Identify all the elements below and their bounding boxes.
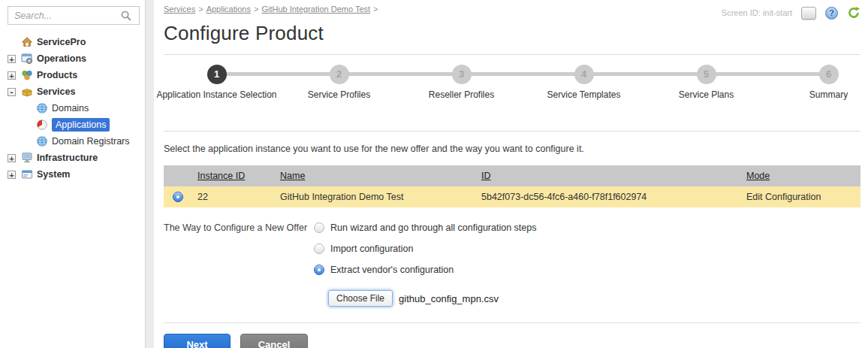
globe-icon [36,135,48,147]
offer-config-section: The Way to Configure a New Offer Run wiz… [164,222,860,307]
instance-table: Instance ID Name ID Mode 22 GitHub Integ… [164,165,860,207]
footer-buttons: Next Cancel [164,334,860,348]
sidebar-item-label: Products [37,70,77,80]
step-circle: 6 [819,65,839,84]
services-icon [21,86,33,98]
refresh-icon[interactable] [847,6,860,20]
page-title: Configure Product [164,22,860,45]
radio-extract-vendor-configuration[interactable] [314,265,324,275]
choose-file-button[interactable]: Choose File [328,290,393,307]
search-icon [120,10,132,22]
wizard-step-4: 4 Service Templates [523,65,645,101]
sidebar-item-servicepro[interactable]: ServicePro [21,34,154,50]
divider [164,54,860,55]
sidebar-item-label: ServicePro [37,37,86,47]
nav-tree: ServicePro + Operations + [8,34,154,183]
sidebar: ServicePro + Operations + [0,0,154,348]
expander-plus-icon[interactable]: + [8,71,16,80]
sidebar-item-label: Domains [52,103,89,113]
top-icons: Screen ID: init-start ? [722,6,860,20]
step-label: Reseller Profiles [400,89,523,101]
column-header-name[interactable]: Name [280,171,305,181]
configure-way-label: The Way to Configure a New Offer [164,222,314,307]
instance-table-header-row: Instance ID Name ID Mode [164,165,860,186]
step-circle: 4 [574,65,594,84]
sidebar-item-operations[interactable]: + Operations [8,50,154,67]
expander-plus-icon[interactable]: + [8,171,16,179]
main-content: Services>Applications>GitHub Integration… [154,0,868,348]
file-upload-row: Choose File github_config_mpn.csv [328,290,536,307]
wizard-step-3: 3 Reseller Profiles [400,65,523,101]
search-box[interactable] [8,6,140,25]
sidebar-item-system[interactable]: + System [8,166,154,183]
screen-id-label: Screen ID: [722,8,761,17]
screen-id: Screen ID: init-start [722,8,792,17]
table-row-selected[interactable]: 22 GitHub Integration Demo Test 5b42f073… [164,186,860,207]
option-import-configuration[interactable]: Import configuration [314,243,536,254]
sidebar-item-domain-registrars[interactable]: Domain Registrars [36,133,154,150]
screen-id-value: init-start [763,8,792,17]
sidebar-item-products[interactable]: + Products [8,67,154,83]
cell-instance-id: 22 [191,186,274,207]
breadcrumb-link-applications[interactable]: Applications [206,5,251,14]
topbar: Services>Applications>GitHub Integration… [164,5,860,20]
breadcrumb-separator: > [198,5,203,14]
products-icon [21,69,33,81]
expander-plus-icon[interactable]: + [8,154,16,162]
wizard-steps: 1 Application Instance Selection 2 Servi… [155,65,860,129]
column-header-instance-id[interactable]: Instance ID [197,171,245,181]
wizard-step-5: 5 Service Plans [645,65,767,101]
breadcrumb-link-instance[interactable]: GitHub Integration Demo Test [261,5,370,14]
operations-icon [21,53,33,65]
next-button[interactable]: Next [164,334,231,348]
sidebar-item-infrastructure[interactable]: + Infrastructure [8,150,154,166]
step-circle: 3 [452,65,472,84]
step-label: Service Profiles [278,89,400,101]
sidebar-item-services[interactable]: - Services [8,83,154,100]
sidebar-item-label: Domain Registrars [52,136,130,147]
search-input[interactable] [14,11,120,21]
step-label: Summary [767,89,868,101]
option-run-wizard[interactable]: Run wizard and go through all configurat… [314,222,536,233]
option-extract-vendor-configuration[interactable]: Extract vendor's configuration [314,264,536,275]
breadcrumb-separator: > [373,5,378,14]
sidebar-scroll-strip [145,0,154,348]
help-icon[interactable]: ? [825,7,838,20]
expander-minus-icon[interactable]: - [8,88,16,96]
option-label: Import configuration [330,244,413,254]
globe-icon [36,102,48,114]
cancel-button[interactable]: Cancel [240,334,308,348]
divider [164,322,860,323]
wizard-step-2: 2 Service Profiles [278,65,400,101]
configure-options: Run wizard and go through all configurat… [314,222,536,307]
sidebar-item-domains[interactable]: Domains [36,100,154,117]
column-header-id[interactable]: ID [481,171,491,181]
app-window: ServicePro + Operations + [0,0,868,348]
divider [164,131,860,132]
selected-file-name: github_config_mpn.csv [399,293,499,304]
option-label: Extract vendor's configuration [330,265,454,275]
system-icon [21,168,33,180]
cell-name: GitHub Integration Demo Test [274,186,475,207]
sidebar-item-label: Infrastructure [37,153,98,163]
row-radio-selected[interactable] [173,192,183,202]
shortcut-key-icon[interactable] [801,7,816,20]
header-radio-cell [164,165,191,186]
sidebar-item-label: Operations [37,53,86,64]
radio-run-wizard[interactable] [314,222,324,233]
expander-plus-icon[interactable]: + [8,55,16,63]
wizard-step-6: 6 Summary [767,65,868,101]
sidebar-item-label: Services [37,86,75,97]
instruction-text: Select the application instance you want… [164,144,860,154]
cell-mode: Edit Configuration [740,186,860,207]
sidebar-item-applications[interactable]: Applications [36,117,154,133]
step-circle: 2 [330,65,349,84]
step-label: Service Plans [645,89,767,101]
radio-import-configuration[interactable] [314,244,324,254]
sidebar-item-label: System [37,169,70,180]
breadcrumb-separator: > [254,5,258,14]
step-label: Service Templates [523,89,645,101]
applications-icon [36,119,48,131]
column-header-mode[interactable]: Mode [746,171,770,181]
breadcrumb-link-services[interactable]: Services [164,5,195,14]
